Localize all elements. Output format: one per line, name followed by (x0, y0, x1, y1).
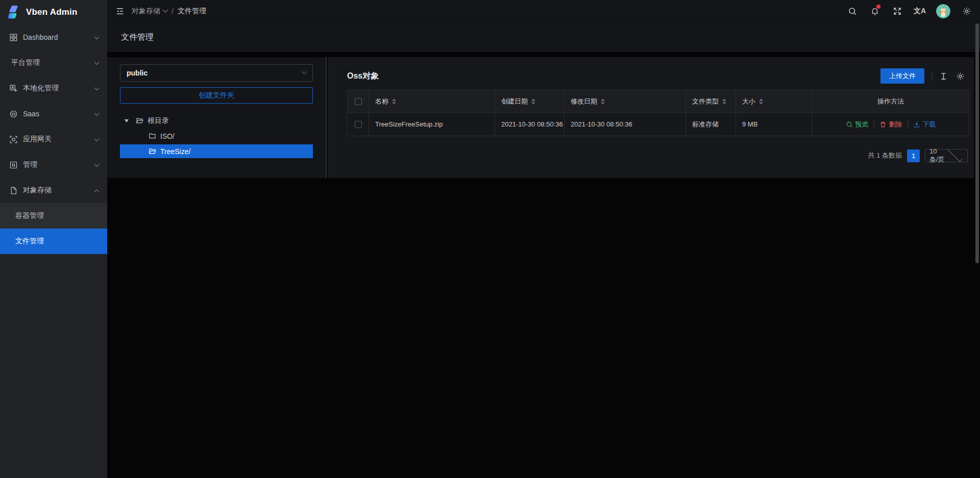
action-divider (908, 121, 908, 128)
cell-modified-date: 2021-10-30 08:50:36 (565, 113, 686, 136)
breadcrumb-root[interactable]: 对象存储 (132, 7, 167, 16)
tree-node-iso[interactable]: ISO/ (120, 129, 313, 143)
gateway-icon (9, 135, 18, 144)
folder-tree: 根目录 ISO/ TreeSize/ (120, 114, 313, 158)
header-actions: 文A (841, 0, 980, 22)
sidebar-item-label: Saas (23, 110, 95, 118)
sidebar-fold-icon[interactable] (115, 7, 125, 16)
sort-icon (531, 98, 535, 105)
column-header-filetype[interactable]: 文件类型 (686, 90, 736, 113)
cell-created-date: 2021-10-30 08:50:36 (495, 113, 565, 136)
oss-toolbar: Oss对象 上传文件 (347, 68, 968, 84)
column-header-size[interactable]: 大小 (736, 90, 813, 113)
tree-node-treesize[interactable]: TreeSize/ (120, 144, 313, 158)
sidebar-menu: Dashboard 平台管理 本地化管理 Saas (0, 24, 107, 254)
sidebar-item-management[interactable]: 管理 (0, 152, 107, 178)
bucket-panel: public 创建文件夹 根目录 ISO/ (107, 57, 327, 178)
sidebar-item-label: 管理 (23, 160, 95, 169)
pagination: 共 1 条数据 1 10 条/页 (347, 149, 968, 162)
download-action[interactable]: 下载 (913, 120, 936, 129)
sidebar-item-label: 文件管理 (15, 237, 44, 246)
top-header: 对象存储 / 文件管理 文A (107, 0, 980, 22)
page-button-1[interactable]: 1 (907, 149, 920, 162)
row-checkbox[interactable] (355, 121, 362, 128)
sidebar-item-dashboard[interactable]: Dashboard (0, 24, 107, 50)
settings-gear-icon[interactable] (955, 0, 978, 22)
cell-file-size: 9 MB (736, 113, 813, 136)
scrollbar-thumb[interactable] (975, 23, 979, 263)
sidebar-submenu-object-storage: 容器管理 文件管理 (0, 203, 107, 254)
sidebar-item-container-mgmt[interactable]: 容器管理 (0, 203, 107, 229)
notification-bell-icon[interactable] (864, 0, 886, 22)
download-icon (913, 121, 920, 128)
avatar[interactable] (936, 4, 950, 18)
breadcrumb-root-label: 对象存储 (132, 7, 160, 16)
oss-objects-table: 名称 创建日期 修改日期 文件类型 大小 (347, 90, 969, 136)
chevron-down-icon (301, 69, 307, 74)
chevron-down-icon (94, 85, 100, 90)
action-divider (874, 121, 874, 128)
dashboard-icon (9, 33, 18, 42)
sidebar-item-platform-mgmt[interactable]: 平台管理 (0, 50, 107, 76)
sidebar-item-file-mgmt[interactable]: 文件管理 (0, 229, 107, 254)
oss-panel-title: Oss对象 (347, 71, 379, 82)
caret-down-icon[interactable] (125, 119, 129, 122)
cell-file-type: 标准存储 (686, 113, 736, 136)
oss-toolbar-actions: 上传文件 (880, 68, 968, 84)
logo[interactable]: Vben Admin (0, 0, 107, 24)
sidebar-item-gateway[interactable]: 应用网关 (0, 127, 107, 152)
delete-action[interactable]: 删除 (879, 120, 902, 129)
tree-node-label: TreeSize/ (160, 147, 190, 156)
folder-open-icon (149, 147, 156, 155)
locale-icon (9, 84, 18, 93)
column-header-actions: 操作方法 (813, 90, 969, 113)
chevron-down-icon (947, 146, 962, 161)
sort-icon (722, 98, 726, 105)
table-header-row: 名称 创建日期 修改日期 文件类型 大小 (348, 90, 969, 113)
app-root: Vben Admin Dashboard 平台管理 本地化管理 (0, 0, 980, 478)
bucket-select[interactable]: public (120, 64, 313, 82)
column-header-created[interactable]: 创建日期 (495, 90, 565, 113)
pagination-total: 共 1 条数据 (868, 151, 902, 160)
chevron-down-icon (162, 7, 168, 12)
sidebar-item-label: 应用网关 (23, 135, 95, 144)
sidebar: Vben Admin Dashboard 平台管理 本地化管理 (0, 0, 107, 478)
sidebar-item-object-storage[interactable]: 对象存储 (0, 178, 107, 203)
chevron-down-icon (94, 60, 100, 65)
sort-icon (601, 98, 605, 105)
sidebar-item-localization[interactable]: 本地化管理 (0, 76, 107, 101)
fullscreen-icon[interactable] (886, 0, 909, 22)
page-size-select[interactable]: 10 条/页 (925, 149, 968, 162)
create-folder-button[interactable]: 创建文件夹 (120, 87, 313, 104)
chevron-up-icon (94, 189, 100, 194)
search-icon[interactable] (841, 0, 864, 22)
folder-icon (149, 132, 156, 140)
column-header-modified[interactable]: 修改日期 (565, 90, 686, 113)
breadcrumb: 对象存储 / 文件管理 (132, 7, 206, 16)
folder-open-icon (136, 117, 143, 124)
oss-panel: Oss对象 上传文件 (328, 57, 974, 178)
upload-file-button[interactable]: 上传文件 (880, 68, 924, 84)
preview-action[interactable]: 预览 (846, 120, 869, 129)
table-row: TreeSizeFreeSetup.zip 2021-10-30 08:50:3… (348, 113, 969, 136)
translate-icon[interactable]: 文A (909, 0, 931, 22)
magnifier-icon (846, 121, 853, 128)
table-settings-gear-icon[interactable] (956, 72, 965, 81)
row-height-icon[interactable] (939, 72, 948, 81)
chevron-down-icon (94, 34, 100, 39)
manage-icon (9, 161, 18, 169)
chevron-down-icon (94, 111, 100, 116)
tree-node-root[interactable]: 根目录 (120, 114, 313, 128)
breadcrumb-separator: / (172, 7, 174, 15)
tree-node-label: ISO/ (160, 132, 175, 140)
tree-node-label: 根目录 (148, 116, 169, 125)
select-all-checkbox[interactable] (355, 98, 362, 105)
sidebar-item-saas[interactable]: Saas (0, 101, 107, 127)
toolbar-divider (932, 72, 932, 80)
sort-icon (392, 98, 396, 105)
sidebar-item-label: 平台管理 (11, 58, 95, 67)
notification-badge (876, 5, 880, 9)
page-size-value: 10 条/页 (929, 147, 946, 164)
column-header-name[interactable]: 名称 (369, 90, 495, 113)
storage-icon (9, 186, 18, 195)
